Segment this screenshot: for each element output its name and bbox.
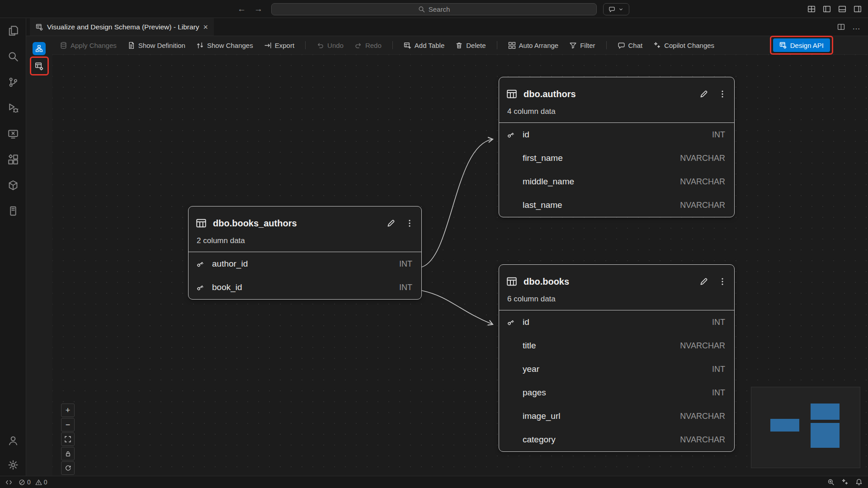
editor-area: Visualize and Design Schema (Preview) - … [26,18,868,476]
table-menu-icon[interactable] [718,89,727,99]
column-type: NVARCHAR [680,201,725,210]
zoom-out-button[interactable]: − [61,418,75,432]
table-row[interactable]: pages INT [499,381,734,404]
activity-bar [0,18,26,476]
minimap-table-authors [811,404,840,420]
zoom-fit-button[interactable] [61,432,75,446]
panel-left-icon[interactable] [823,5,831,13]
apply-changes-button: Apply Changes [60,42,117,49]
delete-button[interactable]: Delete [455,42,486,49]
zoom-status-icon[interactable] [827,479,835,486]
primary-key-icon [506,131,523,139]
table-subtitle: 2 column data [196,234,414,252]
add-table-button[interactable]: Add Table [404,42,444,49]
lock-button[interactable] [61,447,75,460]
copilot-status-icon[interactable] [841,479,849,486]
table-title: dbo.books_authors [213,218,297,229]
zoom-controls: + − [61,404,75,475]
nav-forward-icon[interactable]: → [254,4,263,14]
run-debug-icon[interactable] [8,103,19,113]
table-designer-icon[interactable] [8,206,19,216]
table-row[interactable]: category NVARCHAR [499,428,734,451]
explorer-icon[interactable] [8,25,19,36]
table-row[interactable]: last_name NVARCHAR [499,193,734,217]
show-changes-icon [196,42,204,49]
table-card-books[interactable]: dbo.books 6 column data id INT titl [499,264,735,452]
chat-button[interactable]: Chat [618,42,643,49]
remote-explorer-icon[interactable] [8,128,19,139]
chat-label: Chat [628,42,643,49]
show-changes-button[interactable]: Show Changes [196,42,253,49]
auto-arrange-button[interactable]: Auto Arrange [508,42,559,49]
table-row[interactable]: middle_name NVARCHAR [499,170,734,193]
table-row[interactable]: title NVARCHAR [499,334,734,357]
edit-table-icon[interactable] [699,277,709,286]
refresh-button[interactable] [61,461,75,475]
export-button[interactable]: Export [264,42,294,49]
apply-changes-label: Apply Changes [71,42,117,49]
table-icon [506,276,517,287]
zoom-in-button[interactable]: + [61,404,75,417]
column-name: title [523,341,536,351]
search-input[interactable]: Search [271,3,597,15]
problems-indicator[interactable]: 0 0 [19,479,47,486]
tab-schema-designer[interactable]: Visualize and Design Schema (Preview) - … [30,18,214,36]
search-sidebar-icon[interactable] [8,51,19,62]
column-type: NVARCHAR [680,412,725,421]
table-row[interactable]: id INT [499,310,734,334]
table-menu-icon[interactable] [405,219,414,228]
table-row[interactable]: image_url NVARCHAR [499,404,734,428]
table-row[interactable]: author_id INT [189,252,421,276]
notifications-bell-icon[interactable] [855,479,863,486]
designer-toolbar: Apply Changes Show Definition Show Chang… [52,36,868,55]
column-type: NVARCHAR [680,341,725,351]
table-row[interactable]: id INT [499,123,734,146]
status-bar: 0 0 [0,476,868,488]
column-type: NVARCHAR [680,435,725,445]
column-name: first_name [523,153,563,163]
copilot-menu-button[interactable] [603,3,629,15]
column-type: INT [712,388,725,398]
tab-close-icon[interactable]: × [203,23,208,31]
show-definition-button[interactable]: Show Definition [127,42,185,49]
column-name: pages [523,388,546,398]
table-card-authors[interactable]: dbo.authors 4 column data id INT fi [499,77,735,217]
panel-bottom-icon[interactable] [838,5,846,13]
database-icon[interactable] [8,180,19,191]
design-api-button[interactable]: Design API [773,38,830,52]
chevron-down-icon [618,6,624,12]
column-name: last_name [523,200,562,210]
export-icon [264,42,272,49]
column-name: category [523,435,556,445]
auto-arrange-icon [508,42,516,49]
toolbar-separator [606,41,607,49]
source-control-icon[interactable] [8,77,19,88]
layout-grid-icon[interactable] [807,5,816,13]
account-icon[interactable] [8,435,19,446]
table-row[interactable]: first_name NVARCHAR [499,146,734,170]
copilot-changes-button[interactable]: Copilot Changes [653,42,714,49]
split-editor-icon[interactable] [837,23,845,31]
settings-gear-icon[interactable] [8,460,19,470]
filter-button[interactable]: Filter [569,42,595,49]
table-card-books-authors[interactable]: dbo.books_authors 2 column data author_i… [188,206,422,300]
table-definition-mode-button[interactable] [33,60,46,73]
panel-right-icon[interactable] [854,5,862,13]
nav-back-icon[interactable]: ← [237,4,246,14]
table-row[interactable]: year INT [499,357,734,381]
remote-indicator-icon[interactable] [5,479,12,486]
editor-body: Apply Changes Show Definition Show Chang… [26,36,868,476]
extensions-icon[interactable] [8,154,19,165]
filter-label: Filter [580,42,595,49]
schema-canvas[interactable]: dbo.books_authors 2 column data author_i… [52,55,868,476]
show-definition-icon [127,42,135,49]
edit-table-icon[interactable] [386,218,396,228]
schema-designer-mode-button[interactable] [33,42,46,55]
table-menu-icon[interactable] [718,277,727,286]
table-row[interactable]: book_id INT [189,276,421,299]
error-count: 0 [27,479,31,486]
delete-label: Delete [466,42,486,49]
editor-more-actions-icon[interactable]: … [852,22,861,32]
edit-table-icon[interactable] [699,89,709,99]
minimap[interactable] [751,387,860,468]
